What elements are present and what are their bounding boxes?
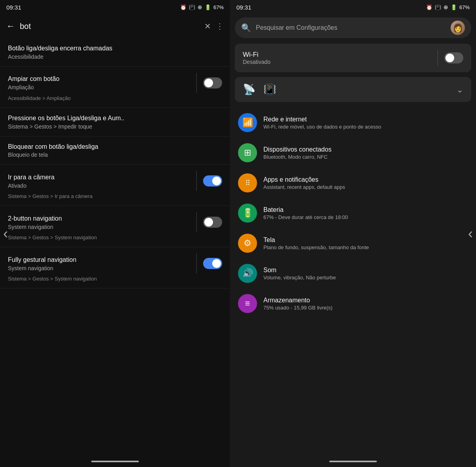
result-path: Sistema > Gestos > System navigation [8, 234, 222, 240]
right-search-bar[interactable]: 🔍 Pesquisar em Configurações 👩 [235, 17, 471, 38]
som-icon: 🔊 [242, 268, 253, 279]
bottom-indicator-right [329, 461, 377, 462]
result-title: Ir para a câmera [8, 173, 190, 182]
armazenamento-icon: ≡ [245, 298, 250, 309]
toggle-ampliar[interactable] [203, 77, 222, 88]
result-item-pressione[interactable]: Pressione os botões Liga/desliga e Aum..… [0, 108, 230, 136]
bateria-desc: 67% - Deve durar até cerca de 18:00 [263, 214, 348, 220]
bateria-title: Bateria [263, 206, 348, 213]
tela-icon: ⚙ [244, 238, 251, 248]
tela-text: Tela Plano de fundo, suspensão, tamanho … [263, 236, 369, 250]
result-item-camera[interactable]: Ir para a câmera Ativado Sistema > Gesto… [0, 165, 230, 206]
settings-list: 📶 Rede e internet Wi-Fi, rede móvel, uso… [230, 104, 476, 467]
apps-desc: Assistant, recent apps, default apps [263, 184, 345, 190]
result-item-2button[interactable]: 2-button navigation System navigation Si… [0, 206, 230, 247]
result-item-ampliar[interactable]: Ampiar com botão Ampliação Acessibilidad… [0, 67, 230, 108]
armazenamento-text: Armazenamento 75% usado - 15,99 GB livre… [263, 297, 332, 311]
battery-icon-r: 🔋 [451, 4, 457, 10]
vibrate-icon: 📳 [189, 4, 195, 10]
rede-text: Rede e internet Wi-Fi, rede móvel, uso d… [263, 116, 381, 130]
menu-button[interactable]: ⋮ [216, 21, 224, 31]
result-item-row: Ampiar com botão Ampliação [8, 73, 222, 93]
hotspot-icon: ⊕ [198, 4, 202, 10]
alarm-icon-r: ⏰ [426, 4, 432, 10]
settings-item-dispositivos[interactable]: ⊞ Dispositivos conectados Bluetooth, Mod… [230, 138, 476, 168]
settings-item-apps[interactable]: ⠿ Apps e notificações Assistant, recent … [230, 168, 476, 198]
toggle-gestural[interactable] [203, 258, 222, 269]
result-title: Botão liga/desliga encerra chamadas [8, 44, 222, 53]
divider [196, 171, 197, 191]
result-subtitle: Sistema > Gestos > Impedir toque [8, 123, 222, 130]
dispositivos-title: Dispositivos conectados [263, 146, 332, 153]
wifi-card[interactable]: Wi-Fi Desativado [235, 44, 471, 72]
left-nav-arrow[interactable]: ‹ [0, 219, 11, 248]
result-item-content: Fully gestural navigation System navigat… [8, 256, 190, 271]
som-icon-wrap: 🔊 [238, 264, 257, 283]
armazenamento-icon-wrap: ≡ [238, 294, 257, 313]
left-panel: 09:31 ⏰ 📳 ⊕ 🔋 ⏰ 📳 ⊕ 🔋 67% 67% ← bot ✕ ⋮ … [0, 0, 230, 467]
som-desc: Volume, vibração, Não perturbe [263, 275, 336, 281]
rede-icon: 📶 [242, 117, 253, 128]
wifi-title: Wi-Fi [243, 51, 271, 59]
dispositivos-icon-wrap: ⊞ [238, 143, 257, 162]
wifi-status: Desativado [243, 59, 271, 65]
wifi-toggle[interactable] [444, 52, 463, 63]
battery-label-r: 67% [459, 4, 470, 10]
search-bar: ← bot ✕ ⋮ [0, 14, 230, 38]
result-subtitle: Acessibilidade [8, 54, 222, 60]
result-item-botao-liga[interactable]: Botão liga/desliga encerra chamadas Aces… [0, 38, 230, 67]
result-item-content: 2-button navigation System navigation [8, 215, 190, 230]
apps-icon-wrap: ⠿ [238, 173, 257, 192]
status-icons-right: ⏰ 📳 ⊕ 🔋 67% [426, 4, 470, 10]
search-input[interactable]: bot [20, 22, 200, 31]
avatar[interactable]: 👩 [451, 21, 465, 35]
dispositivos-icon: ⊞ [244, 148, 251, 158]
toggle-thumb [445, 54, 454, 62]
vibrate-icon-r: 📳 [435, 4, 441, 10]
clear-button[interactable]: ✕ [204, 21, 211, 31]
avatar-image: 👩 [453, 23, 463, 33]
settings-item-bateria[interactable]: 🔋 Bateria 67% - Deve durar até cerca de … [230, 198, 476, 228]
toggle-thumb [212, 177, 221, 185]
alarm-icon: ⏰ [180, 4, 186, 10]
result-item-row: 2-button navigation System navigation [8, 212, 222, 232]
result-subtitle: Bloqueio de tela [8, 152, 222, 158]
toggle-2button[interactable] [203, 217, 222, 228]
result-item-gestural[interactable]: Fully gestural navigation System navigat… [0, 247, 230, 288]
quick-toggles-card[interactable]: 📡 📳 ⌄ [235, 77, 471, 102]
toggle-thumb [204, 79, 213, 87]
status-bar-right: 09:31 ⏰ 📳 ⊕ 🔋 67% [230, 0, 476, 14]
result-item-bloquear[interactable]: Bloquear com botão liga/desliga Bloqueio… [0, 136, 230, 165]
status-bar-left: 09:31 ⏰ 📳 ⊕ 🔋 ⏰ 📳 ⊕ 🔋 67% 67% [0, 0, 230, 14]
dispositivos-text: Dispositivos conectados Bluetooth, Modo … [263, 146, 332, 160]
bateria-text: Bateria 67% - Deve durar até cerca de 18… [263, 206, 348, 220]
settings-item-tela[interactable]: ⚙ Tela Plano de fundo, suspensão, tamanh… [230, 228, 476, 258]
result-item-content: Ampiar com botão Ampliação [8, 75, 190, 90]
settings-item-som[interactable]: 🔊 Som Volume, vibração, Não perturbe [230, 258, 476, 288]
back-button[interactable]: ← [6, 21, 15, 31]
result-title: Bloquear com botão liga/desliga [8, 143, 222, 151]
settings-item-armazenamento[interactable]: ≡ Armazenamento 75% usado - 15,99 GB liv… [230, 288, 476, 319]
vibrate-quick-icon[interactable]: 📳 [263, 83, 276, 96]
som-title: Som [263, 267, 336, 274]
result-subtitle: Ativado [8, 183, 190, 189]
result-item-row: Fully gestural navigation System navigat… [8, 254, 222, 273]
right-nav-arrow[interactable]: ‹ [465, 219, 476, 248]
right-panel: 09:31 ⏰ 📳 ⊕ 🔋 67% 🔍 Pesquisar em Configu… [230, 0, 476, 467]
expand-icon[interactable]: ⌄ [457, 85, 463, 94]
apps-text: Apps e notificações Assistant, recent ap… [263, 176, 345, 190]
search-icon: 🔍 [241, 23, 251, 33]
search-placeholder: Pesquisar em Configurações [256, 24, 446, 31]
divider [196, 212, 197, 232]
bottom-indicator-left [91, 461, 139, 462]
toggle-camera[interactable] [203, 175, 222, 186]
result-title: Pressione os botões Liga/desliga e Aum.. [8, 114, 222, 123]
wifi-divider [438, 50, 438, 66]
wifi-info: Wi-Fi Desativado [243, 51, 271, 65]
hotspot-icon-r: ⊕ [443, 4, 448, 10]
bateria-icon: 🔋 [242, 208, 253, 218]
result-path: Acessibilidade > Ampliação [8, 95, 222, 101]
status-icons-left: ⏰ 📳 ⊕ 🔋 ⏰ 📳 ⊕ 🔋 67% 67% [180, 4, 224, 10]
hotspot-quick-icon[interactable]: 📡 [243, 83, 255, 96]
settings-item-rede[interactable]: 📶 Rede e internet Wi-Fi, rede móvel, uso… [230, 108, 476, 138]
